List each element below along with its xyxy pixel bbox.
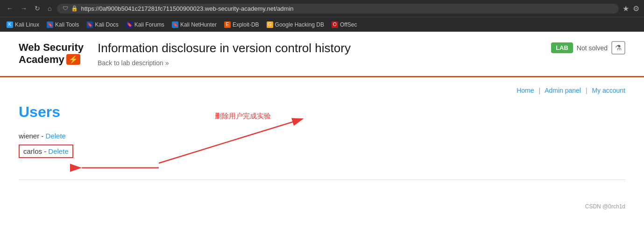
bookmark-kali-forums-label: Kali Forums bbox=[134, 21, 164, 28]
user-wiener-separator: - bbox=[41, 132, 45, 140]
bookmark-star-icon[interactable]: ★ bbox=[623, 4, 629, 13]
flask-icon[interactable]: ⚗ bbox=[611, 41, 625, 55]
page-header: Web Security Academy ⚡ Information discl… bbox=[0, 32, 644, 77]
back-button[interactable]: ← bbox=[5, 4, 15, 13]
lab-info: Information disclosure in version contro… bbox=[98, 41, 551, 67]
bookmark-kali-docs-label: Kali Docs bbox=[95, 21, 119, 28]
header-top: Information disclosure in version contro… bbox=[98, 41, 625, 67]
browser-chrome: ← → ↻ ⌂ 🛡 🔒 ★ ⚙ K Kali Linux 🔖 Kali Tool… bbox=[0, 0, 644, 32]
bookmark-kali-forums[interactable]: 🔖 Kali Forums bbox=[123, 21, 167, 29]
home-button[interactable]: ⌂ bbox=[46, 4, 53, 13]
user-wiener-name: wiener bbox=[19, 132, 39, 140]
bookmark-kali-linux-label: Kali Linux bbox=[15, 21, 39, 28]
back-link-text: Back to lab description bbox=[98, 59, 163, 67]
content-divider bbox=[19, 179, 625, 180]
watermark: CSDN @0rch1d bbox=[0, 199, 644, 214]
kali-nethunter-icon: 🔖 bbox=[172, 21, 178, 28]
annotation-area: 删除用户完成实验 bbox=[19, 165, 625, 170]
logo-line2: Academy bbox=[19, 54, 64, 66]
back-chevron-icon: » bbox=[165, 59, 169, 67]
bookmark-exploit-db-label: Exploit-DB bbox=[233, 21, 259, 28]
reload-button[interactable]: ↻ bbox=[33, 4, 42, 13]
logo-line1: Web Security bbox=[19, 42, 84, 53]
kali-docs-icon: 🔖 bbox=[86, 21, 93, 28]
google-hacking-icon: G bbox=[267, 21, 273, 28]
carlos-highlighted-row: carlos - Delete bbox=[19, 145, 73, 158]
logo-container: Web Security Academy ⚡ bbox=[19, 42, 84, 65]
logo-academy-row: Academy ⚡ bbox=[19, 54, 84, 66]
browser-nav: ← → ↻ ⌂ 🛡 🔒 ★ ⚙ bbox=[0, 0, 644, 17]
list-item: carlos - Delete bbox=[19, 142, 625, 161]
watermark-text: CSDN @0rch1d bbox=[585, 203, 625, 210]
bookmark-exploit-db[interactable]: E Exploit-DB bbox=[221, 21, 262, 29]
kali-forums-icon: 🔖 bbox=[126, 21, 133, 28]
shield-icon: 🛡 bbox=[63, 5, 68, 12]
bookmark-kali-tools-label: Kali Tools bbox=[55, 21, 79, 28]
bookmark-kali-nethunter[interactable]: 🔖 Kali NetHunter bbox=[169, 21, 219, 29]
logo-lightning-icon: ⚡ bbox=[66, 54, 80, 65]
bookmark-kali-nethunter-label: Kali NetHunter bbox=[180, 21, 217, 28]
bookmark-kali-tools[interactable]: 🔖 Kali Tools bbox=[44, 21, 82, 29]
delete-carlos-link[interactable]: Delete bbox=[48, 147, 68, 155]
lab-not-solved-text: Not solved bbox=[577, 44, 608, 52]
lab-badge: LAB bbox=[551, 42, 573, 53]
annotation-text: 删除用户完成实验 bbox=[215, 112, 271, 121]
bookmark-kali-docs[interactable]: 🔖 Kali Docs bbox=[84, 21, 121, 29]
user-list: wiener - Delete carlos - Delete bbox=[19, 130, 625, 161]
kali-tools-icon: 🔖 bbox=[47, 21, 53, 28]
bookmark-google-hacking-label: Google Hacking DB bbox=[275, 21, 324, 28]
kali-linux-icon: K bbox=[7, 21, 13, 28]
lab-title: Information disclosure in version contro… bbox=[98, 41, 551, 55]
nav-separator-1: | bbox=[538, 87, 540, 94]
users-page-title: Users bbox=[19, 103, 625, 121]
bookmark-offsec-label: OffSec bbox=[340, 21, 357, 28]
user-carlos-separator: - bbox=[44, 147, 48, 155]
list-item: wiener - Delete bbox=[19, 130, 625, 142]
page-content: Home | Admin panel | My account Users wi… bbox=[0, 77, 644, 199]
main-content-area: Users wiener - Delete carlos - Delete bbox=[19, 103, 625, 180]
user-carlos-name: carlos bbox=[23, 147, 42, 155]
back-to-lab-link[interactable]: Back to lab description » bbox=[98, 59, 551, 67]
bookmarks-bar: K Kali Linux 🔖 Kali Tools 🔖 Kali Docs 🔖 … bbox=[0, 17, 644, 32]
forward-button[interactable]: → bbox=[19, 4, 29, 13]
lab-status-container: LAB Not solved ⚗ bbox=[551, 41, 625, 55]
nav-separator-2: | bbox=[586, 87, 587, 94]
my-account-nav-link[interactable]: My account bbox=[592, 87, 625, 94]
extensions-icon[interactable]: ⚙ bbox=[633, 4, 639, 13]
address-bar-container[interactable]: 🛡 🔒 bbox=[57, 4, 619, 14]
bookmark-google-hacking[interactable]: G Google Hacking DB bbox=[264, 21, 327, 29]
exploit-db-icon: E bbox=[224, 21, 231, 28]
delete-wiener-link[interactable]: Delete bbox=[46, 132, 66, 140]
address-input[interactable] bbox=[81, 5, 613, 12]
lock-icon: 🔒 bbox=[71, 5, 78, 12]
header-right: Information disclosure in version contro… bbox=[98, 41, 625, 67]
page-navigation: Home | Admin panel | My account bbox=[19, 87, 625, 94]
home-nav-link[interactable]: Home bbox=[517, 87, 534, 94]
bookmark-kali-linux[interactable]: K Kali Linux bbox=[4, 21, 42, 29]
admin-panel-nav-link[interactable]: Admin panel bbox=[545, 87, 581, 94]
bookmark-offsec[interactable]: O OffSec bbox=[329, 21, 360, 29]
offsec-icon: O bbox=[332, 21, 338, 28]
